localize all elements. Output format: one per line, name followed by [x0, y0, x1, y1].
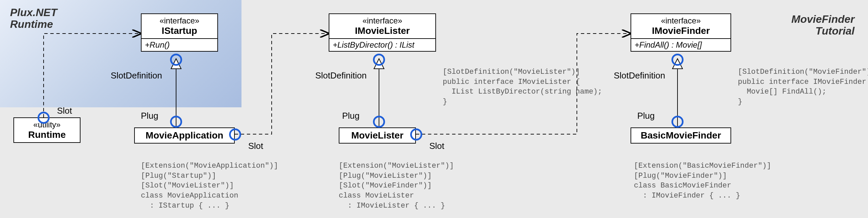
label-slotdef-istartup: SlotDefinition — [111, 70, 162, 81]
imovielister-stereo: «interface» — [334, 16, 431, 26]
uml-box-movieapplication: MovieApplication — [134, 127, 235, 144]
istartup-stereo: «interface» — [146, 16, 213, 26]
diagram-title-right: MovieFinder Tutorial — [792, 13, 855, 37]
plug-marker-movieapp — [170, 116, 182, 128]
title-right-line2: Tutorial — [815, 25, 855, 37]
title-left-line2: Runtime — [10, 18, 53, 30]
uml-box-basicmoviefinder: BasicMovieFinder — [630, 127, 731, 144]
plug-marker-movielister — [373, 116, 385, 128]
code-imovielister: [SlotDefinition("MovieLister")] public i… — [443, 67, 602, 107]
code-movielister: [Extension("MovieLister")] [Plug("MovieL… — [339, 161, 454, 211]
istartup-op: +Run() — [145, 40, 170, 49]
slotdef-marker-imoviefinder — [672, 54, 684, 66]
imoviefinder-op: +FindAll() : Movie[] — [634, 40, 702, 49]
label-slotdef-imoviefinder: SlotDefinition — [614, 70, 665, 81]
slotdef-marker-istartup — [170, 54, 182, 66]
label-plug-movielister: Plug — [342, 111, 360, 121]
uml-box-movielister: MovieLister — [339, 127, 416, 144]
uml-box-imovielister: «interface» IMovieLister +ListByDirector… — [329, 13, 436, 52]
basicmoviefinder-name: BasicMovieFinder — [636, 130, 726, 141]
label-slot-movielister: Slot — [429, 141, 444, 151]
slot-marker-movieapp — [229, 128, 241, 141]
code-basicmoviefinder: [Extension("BasicMovieFinder")] [Plug("M… — [634, 161, 771, 201]
code-movieapplication: [Extension("MovieApplication")] [Plug("S… — [141, 161, 278, 211]
code-imoviefinder: [SlotDefinition("MovieFinder")] public i… — [738, 67, 868, 107]
slotdef-marker-imovielister — [373, 54, 385, 66]
movielister-name: MovieLister — [344, 130, 410, 141]
title-right-line1: MovieFinder — [792, 13, 855, 25]
imoviefinder-stereo: «interface» — [636, 16, 726, 26]
imoviefinder-name: IMovieFinder — [636, 26, 726, 36]
slot-marker-movielister — [410, 128, 422, 141]
title-left-line1: Plux.NET — [10, 6, 57, 19]
slot-marker-runtime — [37, 112, 50, 124]
uml-box-istartup: «interface» IStartup +Run() — [141, 13, 218, 52]
movieapplication-name: MovieApplication — [140, 130, 229, 141]
label-slot-runtime: Slot — [57, 106, 72, 116]
label-plug-basicfinder: Plug — [637, 111, 655, 121]
label-slot-movieapp: Slot — [248, 141, 263, 151]
istartup-name: IStartup — [146, 26, 213, 36]
label-plug-movieapp: Plug — [141, 111, 158, 121]
imovielister-name: IMovieLister — [334, 26, 431, 36]
label-slotdef-imovielister: SlotDefinition — [315, 70, 367, 81]
plug-marker-basicfinder — [672, 116, 684, 128]
uml-box-imoviefinder: «interface» IMovieFinder +FindAll() : Mo… — [630, 13, 731, 52]
imovielister-op: +ListByDirector() : IList — [333, 40, 414, 49]
diagram-title-left: Plux.NET Runtime — [10, 7, 57, 30]
runtime-name: Runtime — [19, 129, 75, 140]
